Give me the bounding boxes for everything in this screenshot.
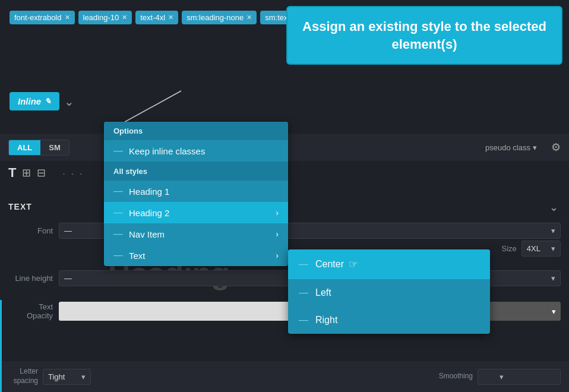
tag-label: sm:leading-none xyxy=(186,13,244,22)
size-value-dropdown[interactable]: 4XL ▾ xyxy=(521,241,561,257)
tag-close-icon[interactable]: ✕ xyxy=(122,14,127,21)
pseudo-class-label: pseudo class xyxy=(485,143,530,152)
tag-sm-leading-none[interactable]: sm:leading-none ✕ xyxy=(182,11,257,24)
ellipsis-icon: · · · xyxy=(62,168,84,178)
dash-icon: — xyxy=(113,146,123,156)
font-chevron-icon: ▾ xyxy=(551,226,555,235)
dash-icon: — xyxy=(299,287,308,298)
line-height-chevron-icon: ▾ xyxy=(551,274,555,283)
size-label: Size xyxy=(502,244,517,253)
tight-chevron-icon: ▾ xyxy=(81,372,86,381)
smoothing-prop: Smoothing ▾ xyxy=(439,369,561,385)
line-height-label: Line height xyxy=(8,274,53,283)
size-chevron-icon: ▾ xyxy=(551,244,555,253)
tooltip-box: Assign an existing style to the selected… xyxy=(286,6,562,65)
dash-icon: — xyxy=(299,315,308,325)
size-prop-row: Size 4XL ▾ xyxy=(502,241,561,257)
smoothing-label: Smoothing xyxy=(439,372,473,381)
tab-all[interactable]: ALL xyxy=(9,140,40,155)
tag-label: text-4xl xyxy=(140,13,165,22)
text-item-label: Text xyxy=(129,251,146,261)
cursor-icon: ☞ xyxy=(349,258,358,271)
text-section-label: TEXT xyxy=(8,202,32,211)
options-header: Options xyxy=(104,122,288,140)
svg-line-0 xyxy=(122,91,181,124)
tooltip-text: Assign an existing style to the selected… xyxy=(301,18,548,53)
tag-text-4xl[interactable]: text-4xl ✕ xyxy=(135,11,178,24)
icon-tool-row: T ⊞ ⊟ · · · xyxy=(8,165,84,181)
letter-spacing-prop: Letter spacing Tight ▾ xyxy=(8,367,91,385)
tag-close-icon[interactable]: ✕ xyxy=(65,14,70,21)
dash-icon: — xyxy=(299,259,308,270)
tab-group: ALL SM xyxy=(8,140,69,156)
dash-icon: — xyxy=(113,186,123,197)
arrow-right-icon: › xyxy=(276,208,279,217)
text-type-icon[interactable]: T xyxy=(8,165,16,181)
tab-sm[interactable]: SM xyxy=(40,140,69,155)
right-label: Right xyxy=(315,315,337,325)
text-item[interactable]: — Text › xyxy=(104,245,288,266)
pseudo-class-button[interactable]: pseudo class ▾ xyxy=(485,143,537,152)
tag-font-extrabold[interactable]: font-extrabold ✕ xyxy=(10,11,75,24)
font-value-text: — xyxy=(64,226,72,235)
edit-icon: ✎ xyxy=(45,97,51,106)
layout-icon-2[interactable]: ⊟ xyxy=(37,166,46,179)
font-label: Font xyxy=(8,226,53,235)
dropdown-arrow-icon[interactable]: ⌄ xyxy=(64,94,74,109)
all-styles-header: All styles xyxy=(104,162,288,181)
dash-icon: — xyxy=(113,207,123,218)
left-item[interactable]: — Left xyxy=(288,279,490,306)
smoothing-chevron-icon: ▾ xyxy=(500,372,504,381)
heading-2-item[interactable]: — Heading 2 › xyxy=(104,202,288,223)
tight-dropdown[interactable]: Tight ▾ xyxy=(43,369,91,385)
settings-icon[interactable]: ⚙ xyxy=(551,141,561,154)
left-accent-bar xyxy=(0,300,2,392)
chevron-down-icon: ▾ xyxy=(533,143,537,152)
smoothing-dropdown[interactable]: ▾ xyxy=(478,369,561,385)
keep-inline-item[interactable]: — Keep inline classes xyxy=(104,140,288,162)
heading-1-item[interactable]: — Heading 1 xyxy=(104,181,288,202)
letter-spacing-label: Letter spacing xyxy=(8,367,38,385)
layout-icon-1[interactable]: ⊞ xyxy=(22,166,31,179)
nav-item-label: Nav Item xyxy=(129,229,165,239)
inline-label: Inline xyxy=(18,96,41,106)
main-dropdown: Options — Keep inline classes All styles… xyxy=(104,122,288,266)
arrow-right-icon: › xyxy=(276,229,279,239)
center-label: Center xyxy=(315,259,344,270)
bottom-bar: Letter spacing Tight ▾ Smoothing ▾ xyxy=(0,361,569,392)
tight-value: Tight xyxy=(48,372,65,381)
tag-close-icon[interactable]: ✕ xyxy=(168,14,173,21)
center-item[interactable]: — Center ☞ xyxy=(288,249,490,279)
text-opacity-label: Text Opacity xyxy=(8,302,53,320)
section-chevron-icon[interactable]: ⌄ xyxy=(549,201,558,214)
sub-dropdown: — Center ☞ — Left — Right xyxy=(288,249,490,334)
left-label: Left xyxy=(315,287,331,298)
text-opacity-chevron-icon: ▾ xyxy=(552,307,556,316)
dash-icon: — xyxy=(113,250,123,261)
inline-button[interactable]: Inline ✎ xyxy=(10,92,59,110)
keep-inline-label: Keep inline classes xyxy=(129,146,205,156)
tag-close-icon[interactable]: ✕ xyxy=(246,14,252,21)
dash-icon: — xyxy=(113,229,123,239)
size-value-text: 4XL xyxy=(527,244,540,253)
tag-label: leading-10 xyxy=(83,13,119,22)
heading-1-label: Heading 1 xyxy=(129,186,169,197)
heading-2-label: Heading 2 xyxy=(129,208,169,218)
nav-item-item[interactable]: — Nav Item › xyxy=(104,223,288,245)
line-height-value-text: — xyxy=(64,274,72,283)
tag-label: font-extrabold xyxy=(14,13,62,22)
right-item[interactable]: — Right xyxy=(288,306,490,334)
inline-row: Inline ✎ ⌄ xyxy=(10,92,74,110)
tag-leading-10[interactable]: leading-10 ✕ xyxy=(78,11,132,24)
arrow-right-icon: › xyxy=(276,251,279,260)
